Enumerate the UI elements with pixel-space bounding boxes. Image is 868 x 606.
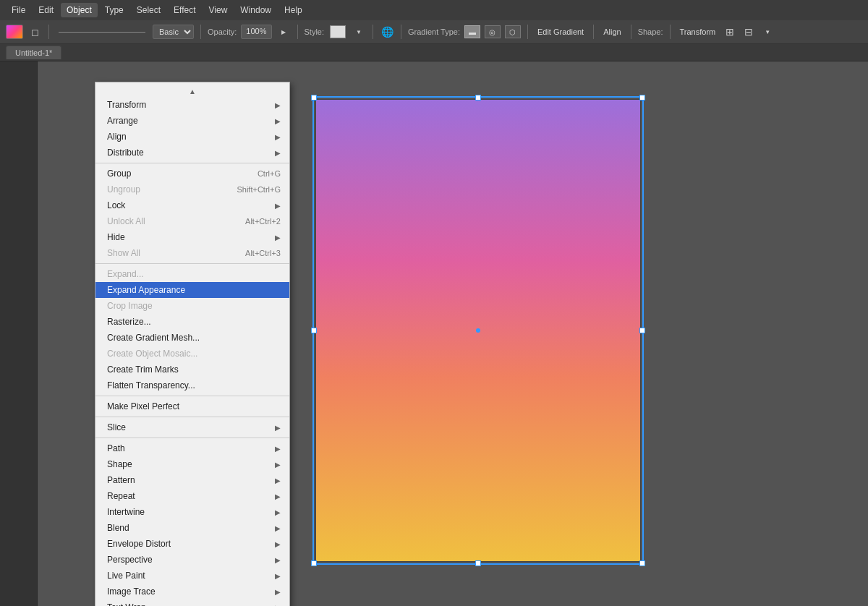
- unlock-all-label: Unlock All: [107, 216, 231, 226]
- image-trace-arrow-icon: ▶: [275, 588, 281, 596]
- sep-2: [200, 25, 201, 39]
- sep-5: [401, 25, 401, 39]
- menu-rasterize[interactable]: Rasterize...: [95, 314, 289, 330]
- pattern-arrow-icon: ▶: [275, 477, 281, 485]
- trim-marks-label: Create Trim Marks: [107, 364, 281, 375]
- intertwine-arrow-icon: ▶: [275, 508, 281, 516]
- flatten-transparency-label: Flatten Transparency...: [107, 380, 281, 391]
- menu-repeat[interactable]: Repeat ▶: [95, 488, 289, 504]
- menu-type[interactable]: Type: [99, 3, 129, 17]
- edit-gradient-btn[interactable]: Edit Gradient: [535, 26, 587, 38]
- menu-distribute[interactable]: Distribute ▶: [95, 145, 289, 161]
- crop-image-label: Crop Image: [107, 301, 281, 311]
- hide-arrow-icon: ▶: [275, 234, 281, 242]
- arrange-label: Arrange: [107, 116, 275, 126]
- menu-expand: Expand...: [95, 266, 289, 282]
- menu-hide[interactable]: Hide ▶: [95, 229, 289, 245]
- menu-expand-appearance[interactable]: Expand Appearance: [95, 282, 289, 298]
- menu-image-trace[interactable]: Image Trace ▶: [95, 584, 289, 599]
- menu-select[interactable]: Select: [131, 3, 166, 17]
- menu-help[interactable]: Help: [278, 3, 308, 17]
- opacity-label: Opacity:: [208, 27, 237, 36]
- menu-text-wrap[interactable]: Text Wrap ▶: [95, 599, 289, 606]
- menu-group[interactable]: Group Ctrl+G: [95, 166, 289, 182]
- sep-a: [95, 163, 289, 163]
- menu-flatten-transparency[interactable]: Flatten Transparency...: [95, 377, 289, 393]
- align-btn[interactable]: Align: [600, 26, 624, 38]
- menu-object-mosaic: Create Object Mosaic...: [95, 346, 289, 362]
- transform-btn[interactable]: Transform: [677, 26, 719, 38]
- menu-effect[interactable]: Effect: [168, 3, 201, 17]
- sep-7: [593, 25, 594, 39]
- distribute-label: Distribute: [107, 148, 275, 158]
- menu-slice[interactable]: Slice ▶: [95, 419, 289, 435]
- hide-label: Hide: [107, 232, 275, 242]
- gradient-radial-btn[interactable]: ◎: [485, 25, 501, 38]
- menu-trim-marks[interactable]: Create Trim Marks: [95, 362, 289, 377]
- path-arrow-icon: ▶: [275, 445, 281, 453]
- menu-edit[interactable]: Edit: [33, 3, 59, 17]
- menu-gradient-mesh[interactable]: Create Gradient Mesh...: [95, 330, 289, 346]
- gradient-object[interactable]: [315, 99, 641, 562]
- shape-arrow-icon: ▶: [275, 461, 281, 469]
- show-all-label: Show All: [107, 248, 231, 258]
- menu-perspective[interactable]: Perspective ▶: [95, 552, 289, 568]
- toolbar: ◻ Basic Opacity: 100% ▶ Style: ▼ 🌐 Gradi…: [0, 20, 868, 44]
- show-all-shortcut: Alt+Ctrl+3: [245, 249, 281, 257]
- menu-shape[interactable]: Shape ▶: [95, 456, 289, 472]
- gradient-freeform-btn[interactable]: ⬡: [505, 25, 521, 38]
- globe-icon[interactable]: 🌐: [380, 25, 394, 39]
- repeat-arrow-icon: ▶: [275, 492, 281, 500]
- sep-b: [95, 263, 289, 264]
- scroll-up-indicator[interactable]: ▲: [95, 85, 289, 97]
- style-preview[interactable]: [330, 25, 346, 38]
- menu-pixel-perfect[interactable]: Make Pixel Perfect: [95, 398, 289, 414]
- menu-live-paint[interactable]: Live Paint ▶: [95, 568, 289, 584]
- menu-bar: File Edit Object Type Select Effect View…: [0, 0, 868, 20]
- opacity-value[interactable]: 100%: [241, 25, 271, 39]
- gradient-linear-btn[interactable]: ▬: [464, 25, 480, 38]
- unlock-shortcut: Alt+Ctrl+2: [245, 217, 281, 226]
- object-mosaic-label: Create Object Mosaic...: [107, 349, 281, 359]
- main-layout: ▲ Transform ▶ Arrange ▶ Align ▶ Distribu…: [0, 61, 868, 606]
- live-paint-arrow-icon: ▶: [275, 572, 281, 580]
- canvas-content: [315, 99, 648, 569]
- menu-file[interactable]: File: [6, 3, 31, 17]
- menu-object[interactable]: Object: [61, 3, 98, 17]
- transform-icon-2[interactable]: ⊟: [741, 25, 756, 39]
- menu-intertwine[interactable]: Intertwine ▶: [95, 504, 289, 520]
- slice-label: Slice: [107, 422, 275, 432]
- sep-8: [631, 25, 631, 39]
- sep-9: [670, 25, 671, 39]
- blend-arrow-icon: ▶: [275, 524, 281, 532]
- envelope-distort-label: Envelope Distort: [107, 539, 275, 549]
- menu-pattern[interactable]: Pattern ▶: [95, 472, 289, 488]
- style-label: Style:: [305, 27, 325, 36]
- expand-appearance-label: Expand Appearance: [107, 285, 281, 295]
- document-tab[interactable]: Untitled-1*: [6, 46, 61, 59]
- sep-3: [297, 25, 298, 39]
- menu-transform[interactable]: Transform ▶: [95, 97, 289, 113]
- preset-select[interactable]: Basic: [153, 25, 194, 39]
- image-trace-label: Image Trace: [107, 586, 275, 597]
- menu-arrange[interactable]: Arrange ▶: [95, 113, 289, 129]
- text-wrap-label: Text Wrap: [107, 602, 275, 606]
- menu-blend[interactable]: Blend ▶: [95, 520, 289, 536]
- sep-1: [48, 25, 49, 39]
- menu-window[interactable]: Window: [234, 3, 277, 17]
- opacity-arrow[interactable]: ▶: [276, 25, 291, 39]
- transform-arrow[interactable]: ▼: [760, 25, 775, 39]
- transform-icon-1[interactable]: ⊞: [723, 25, 737, 39]
- menu-view[interactable]: View: [203, 3, 234, 17]
- pixel-perfect-label: Make Pixel Perfect: [107, 401, 281, 411]
- sep-4: [373, 25, 373, 39]
- menu-envelope-distort[interactable]: Envelope Distort ▶: [95, 536, 289, 552]
- menu-align[interactable]: Align ▶: [95, 129, 289, 145]
- toolbar-icon-1[interactable]: ◻: [27, 25, 42, 39]
- sep-e: [95, 438, 289, 438]
- menu-lock[interactable]: Lock ▶: [95, 197, 289, 213]
- color-swatch[interactable]: [6, 25, 23, 39]
- menu-path[interactable]: Path ▶: [95, 440, 289, 456]
- menu-unlock-all: Unlock All Alt+Ctrl+2: [95, 213, 289, 229]
- style-arrow[interactable]: ▼: [352, 25, 366, 39]
